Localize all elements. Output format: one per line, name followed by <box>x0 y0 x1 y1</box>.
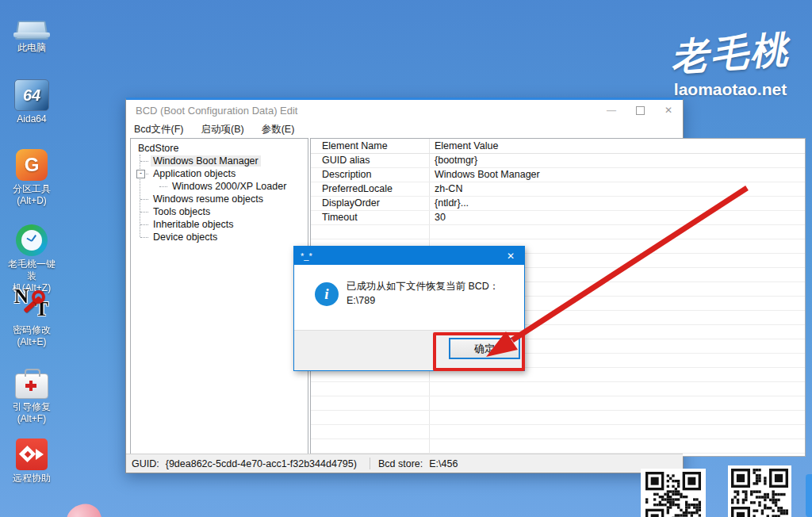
desktop-icon-laomaotao-install[interactable]: 老毛桃一键装 机(Alt+Z) <box>5 223 59 294</box>
table-row-preferredlocale[interactable]: PreferredLocalezh-CN <box>311 182 805 197</box>
nt-password-icon: NT <box>5 289 59 322</box>
window-title: BCD (Boot Configuration Data) Edit <box>136 105 597 117</box>
tree-item-label: Windows Boot Manager <box>151 155 261 167</box>
tree-item-label: Device objects <box>151 232 220 243</box>
desktop-icon-remote-assist[interactable]: 远程协助 <box>5 437 59 484</box>
dialog-close-button[interactable]: ✕ <box>497 247 524 265</box>
tree-item-label: Application objects <box>151 168 238 179</box>
desktop-icon-label2: (Alt+D) <box>5 195 59 207</box>
tree-item-application-objects[interactable]: -Application objects <box>131 167 308 180</box>
partition-tool-icon: G <box>5 147 59 181</box>
tree-item-label: Tools objects <box>151 206 213 217</box>
this-pc-icon <box>5 6 59 40</box>
tree-root[interactable]: BcdStore <box>131 142 308 155</box>
cell-element-value <box>430 411 805 424</box>
tree-item-label: Windows 2000/XP Loader <box>170 181 289 192</box>
tree-item-label: Inheritable objects <box>151 219 236 230</box>
menu-bcd-file[interactable]: Bcd文件(F) <box>134 123 184 136</box>
tree-root-label: BcdStore <box>136 143 181 154</box>
col-header-element-name[interactable]: Element Name <box>311 139 430 153</box>
tree-item-device-objects[interactable]: Device objects <box>131 231 308 243</box>
cell-element-value <box>430 225 805 239</box>
dialog-titlebar: *_* ✕ <box>294 247 524 265</box>
table-row-description[interactable]: DescriptionWindows Boot Manager <box>311 168 805 182</box>
desktop-icon-label2: (Alt+E) <box>5 336 59 348</box>
table-row-guid-alias[interactable]: GUID alias{bootmgr} <box>311 154 805 168</box>
cell-element-name <box>311 411 430 424</box>
tree-item-windows-boot-manager[interactable]: Windows Boot Manager <box>131 155 308 167</box>
menu-boot-entries[interactable]: 启动项(B) <box>201 123 244 136</box>
cell-element-name <box>311 382 430 396</box>
status-store-label: Bcd store: <box>378 458 423 469</box>
cell-element-value: 30 <box>430 211 805 224</box>
cell-element-value: zh-CN <box>430 182 805 196</box>
table-row-displayorder[interactable]: DisplayOrder{ntldr}... <box>311 197 805 211</box>
remote-assist-icon <box>5 437 59 470</box>
tree-item-windows-2000-xp-loader[interactable]: Windows 2000/XP Loader <box>131 180 308 193</box>
desktop-icon-label: Aida64 <box>5 113 59 125</box>
table-row-timeout[interactable]: Timeout30 <box>311 211 805 225</box>
table-row-empty <box>311 425 805 439</box>
desktop-icon-label: 密码修改 <box>5 324 59 336</box>
col-header-element-value[interactable]: Element Value <box>430 139 805 153</box>
tree-pane: BcdStoreWindows Boot Manager-Application… <box>130 138 308 457</box>
tree-item-tools-objects[interactable]: Tools objects <box>131 205 308 218</box>
status-guid-value: {9dea862c-5cdd-4e70-acc1-f32b344d4795) <box>166 458 357 469</box>
cell-element-name <box>311 425 430 438</box>
cell-element-name: Description <box>311 168 430 182</box>
desktop-icon-boot-repair[interactable]: 引导修复 (Alt+F) <box>5 366 59 425</box>
aida64-icon: 64 <box>5 78 59 111</box>
cell-element-value: Windows Boot Manager <box>430 168 805 182</box>
cell-element-name <box>311 225 430 239</box>
desktop-icon-label: 引导修复 <box>5 401 59 413</box>
edge-decoration <box>806 474 812 517</box>
desktop-icon-aida64[interactable]: 64 Aida64 <box>5 78 59 125</box>
desktop-icon-label: 此电脑 <box>5 42 59 54</box>
cell-element-value: {ntldr}... <box>430 197 805 210</box>
close-button[interactable]: ✕ <box>654 101 683 120</box>
menu-bar: Bcd文件(F) 启动项(B) 参数(E) <box>126 121 683 138</box>
table-row-empty <box>311 382 805 396</box>
table-header-row: Element NameElement Value <box>311 139 805 154</box>
qr-code-right <box>728 465 791 517</box>
cell-element-value <box>430 396 805 410</box>
status-guid-label: GUID: <box>132 458 159 469</box>
status-store-value: E:\456 <box>429 458 458 469</box>
status-bar: GUID:{9dea862c-5cdd-4e70-acc1-f32b344d47… <box>126 454 683 473</box>
brand-site: laomaotao.net <box>657 80 804 99</box>
dialog-title: *_* <box>301 251 497 261</box>
cell-element-value: {bootmgr} <box>430 154 805 167</box>
table-row-empty <box>311 439 805 454</box>
dialog-message-line1: 已成功从如下文件恢复当前 BCD： <box>347 279 499 293</box>
info-icon: i <box>315 282 339 306</box>
menu-parameters[interactable]: 参数(E) <box>262 123 295 136</box>
tree-item-inheritable-objects[interactable]: Inheritable objects <box>131 218 308 231</box>
desktop-icon-this-pc[interactable]: 此电脑 <box>5 6 59 54</box>
status-guid: GUID:{9dea862c-5cdd-4e70-acc1-f32b344d47… <box>126 458 370 469</box>
tree-expander-icon[interactable]: - <box>136 170 145 178</box>
table-row-empty <box>311 225 805 239</box>
cell-element-name <box>311 439 430 453</box>
tree-item-label: Windows resume objects <box>151 193 266 205</box>
first-aid-icon <box>5 366 59 399</box>
window-titlebar: BCD (Boot Configuration Data) Edit — ✕ <box>126 100 683 121</box>
desktop-icon-label: 老毛桃一键装 <box>5 258 59 282</box>
desktop-icon-partition-tool[interactable]: G 分区工具 (Alt+D) <box>5 147 59 207</box>
table-row-empty <box>311 411 805 425</box>
cell-element-name: GUID alias <box>311 154 430 167</box>
cell-element-value <box>430 382 805 396</box>
status-store: Bcd store:E:\456 <box>378 458 458 469</box>
desktop-icon-label2: (Alt+F) <box>5 413 59 425</box>
brand-watermark: 老毛桃 laomaotao.net <box>657 29 804 99</box>
maximize-icon <box>636 106 645 115</box>
dialog-message: 已成功从如下文件恢复当前 BCD： E:\789 <box>347 279 499 308</box>
one-key-install-icon <box>5 223 59 256</box>
desktop-icon-label: 远程协助 <box>5 473 59 484</box>
desktop-icon-password-edit[interactable]: NT 密码修改 (Alt+E) <box>5 289 59 348</box>
minimize-button[interactable]: — <box>597 101 626 120</box>
boot-tree: BcdStoreWindows Boot Manager-Application… <box>131 139 308 243</box>
dialog-message-line2: E:\789 <box>347 293 499 308</box>
maximize-button[interactable] <box>626 101 654 120</box>
status-divider <box>370 458 370 469</box>
tree-item-windows-resume-objects[interactable]: Windows resume objects <box>131 193 308 205</box>
